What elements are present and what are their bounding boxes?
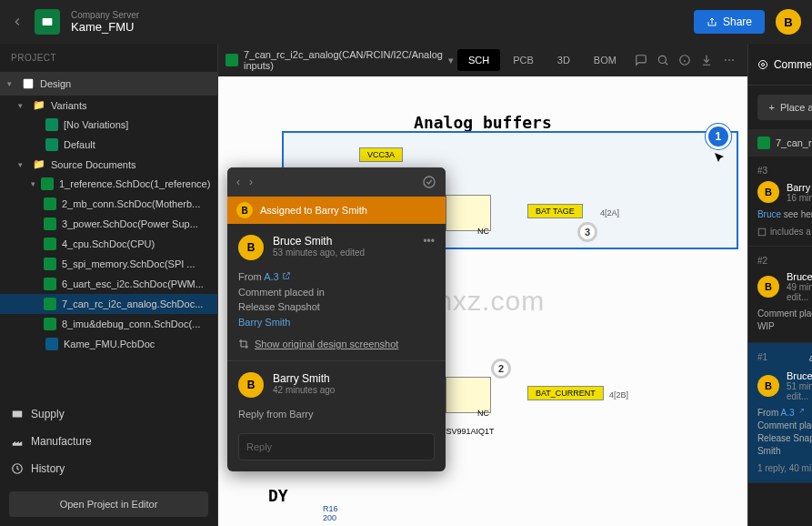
sidebar-manufacture[interactable]: Manufacture bbox=[0, 428, 217, 455]
tree-variants[interactable]: ▾ 📁 Variants bbox=[0, 96, 217, 115]
comments-section-header[interactable]: 7_can_rc_i2c_analog bbox=[748, 129, 812, 157]
net-label: VCC3A bbox=[359, 147, 403, 162]
chevron-down-icon: ▾ bbox=[448, 55, 454, 66]
author-name: Bruce Smith bbox=[787, 271, 812, 282]
resistor-value: 200 bbox=[323, 513, 336, 522]
crop-icon bbox=[238, 339, 249, 349]
page-label: DY bbox=[268, 486, 288, 505]
design-icon bbox=[22, 77, 35, 90]
opamp-symbol bbox=[446, 377, 491, 413]
schdoc-icon bbox=[226, 54, 238, 66]
tree-doc[interactable]: 3_power.SchDoc(Power Sup... bbox=[0, 214, 217, 234]
tree-doc[interactable]: 5_spi_memory.SchDoc(SPI ... bbox=[0, 254, 217, 274]
chip-label: TSV991AIQ1T bbox=[441, 427, 495, 436]
pcbdoc-icon bbox=[45, 338, 58, 350]
tree-doc[interactable]: 2_mb_conn.SchDoc(Motherb... bbox=[0, 194, 217, 214]
company-label: Company Server bbox=[71, 10, 139, 20]
folder-icon: 📁 bbox=[33, 99, 45, 111]
tree-source-docs[interactable]: ▾ 📁 Source Documents bbox=[0, 155, 217, 174]
sidebar-history[interactable]: History bbox=[0, 455, 217, 482]
external-link-icon bbox=[797, 408, 805, 416]
folder-icon: 📁 bbox=[33, 158, 45, 170]
comment-preview: Comment placed in current WIP bbox=[757, 308, 812, 333]
manufacture-icon bbox=[11, 435, 24, 448]
tree-doc[interactable]: ▾ 1_reference.SchDoc(1_reference) bbox=[0, 174, 217, 194]
user-avatar[interactable]: B bbox=[776, 9, 801, 35]
tree-pcbdoc[interactable]: Kame_FMU.PcbDoc bbox=[0, 334, 217, 354]
comment-item[interactable]: #3 B Barry Smith 16 minutes ago Bruce se… bbox=[748, 157, 812, 247]
prev-button[interactable]: ‹ bbox=[236, 176, 240, 188]
author-name: Barry Smith bbox=[787, 182, 812, 193]
plus-icon: + bbox=[769, 102, 775, 113]
comment-marker-1[interactable]: 1 bbox=[706, 124, 731, 149]
opamp-symbol bbox=[446, 195, 491, 231]
comment-popup: ‹ › B Assigned to Barry Smith B Bruce Sm… bbox=[227, 167, 446, 471]
reply-input[interactable]: Reply bbox=[238, 433, 435, 460]
schdoc-icon bbox=[44, 238, 56, 250]
svg-point-9 bbox=[424, 177, 435, 187]
share-button[interactable]: Share bbox=[694, 10, 765, 34]
tree-design[interactable]: ▾ Design bbox=[0, 72, 217, 96]
ref-label: 4[2B] bbox=[609, 390, 628, 400]
back-button[interactable] bbox=[11, 15, 24, 28]
comment-item-active[interactable]: #1 assigned to B B Bruce Smith 51 minute… bbox=[748, 343, 812, 483]
history-icon bbox=[11, 462, 24, 475]
tab-sch[interactable]: SCH bbox=[457, 49, 500, 71]
download-icon[interactable] bbox=[700, 54, 715, 66]
info-icon[interactable] bbox=[678, 54, 693, 66]
comment-tool-icon[interactable] bbox=[635, 54, 649, 66]
user-link[interactable]: Barry Smith bbox=[238, 317, 290, 328]
author-name: Barry Smith bbox=[273, 372, 435, 385]
tree-doc[interactable]: 8_imu&debug_conn.SchDoc(... bbox=[0, 314, 217, 334]
target-icon bbox=[757, 59, 768, 70]
comment-time: 42 minutes ago bbox=[273, 385, 435, 395]
cross-ref-link[interactable]: A.3 bbox=[264, 271, 279, 282]
comment-time: 49 minutes ago, edit... bbox=[787, 282, 812, 302]
ref-label: 4[2A] bbox=[600, 208, 619, 217]
more-icon[interactable]: ••• bbox=[423, 235, 435, 248]
svg-rect-1 bbox=[24, 79, 34, 89]
tree-default[interactable]: Default bbox=[0, 135, 217, 155]
comment-text: From A.3 Comment placed in Release Snaps… bbox=[238, 269, 435, 329]
tab-3d[interactable]: 3D bbox=[546, 49, 581, 71]
chevron-down-icon: ▾ bbox=[18, 160, 27, 169]
comment-item[interactable]: #2 B Bruce Smith 49 minutes ago, edit...… bbox=[748, 247, 812, 343]
schdoc-icon bbox=[41, 177, 54, 190]
app-header: Company Server Kame_FMU Share B bbox=[0, 0, 812, 44]
comment-time: 16 minutes ago bbox=[787, 193, 812, 203]
canvas-area: 7_can_rc_i2c_analog(CAN/RCIN/I2C/Analog … bbox=[218, 44, 747, 526]
avatar: B bbox=[238, 235, 264, 260]
schdoc-icon bbox=[44, 318, 56, 330]
author-name: Bruce Smith bbox=[273, 235, 414, 248]
more-icon[interactable]: ⋯ bbox=[722, 54, 737, 66]
tab-pcb[interactable]: PCB bbox=[502, 49, 545, 71]
tree-doc[interactable]: 6_uart_esc_i2c.SchDoc(PWM... bbox=[0, 274, 217, 294]
share-icon bbox=[707, 16, 717, 27]
tab-bom[interactable]: BOM bbox=[583, 49, 627, 71]
next-button[interactable]: › bbox=[249, 176, 253, 188]
sidebar-supply[interactable]: Supply bbox=[0, 400, 217, 428]
schdoc-icon bbox=[44, 298, 56, 310]
avatar: B bbox=[757, 276, 779, 298]
supply-icon bbox=[11, 408, 24, 420]
designator: R16 bbox=[323, 504, 338, 513]
project-icon bbox=[35, 9, 60, 35]
show-screenshot-link[interactable]: Show original design screenshot bbox=[238, 339, 435, 349]
tree-no-variations[interactable]: [No Variations] bbox=[0, 115, 217, 135]
tree-doc[interactable]: 4_cpu.SchDoc(CPU) bbox=[0, 234, 217, 254]
file-tab[interactable]: 7_can_rc_i2c_analog(CAN/RCIN/I2C/Analog … bbox=[226, 49, 454, 71]
comment-marker-3[interactable]: 3 bbox=[577, 222, 597, 242]
project-sidebar: PROJECT ▾ Design ▾ 📁 Variants [No Variat… bbox=[0, 44, 218, 526]
place-comment-button[interactable]: + Place a Comment bbox=[757, 95, 812, 120]
avatar: B bbox=[757, 375, 779, 397]
tree-doc-selected[interactable]: 7_can_rc_i2c_analog.SchDoc... bbox=[0, 294, 217, 314]
variant-icon bbox=[45, 138, 58, 151]
search-icon[interactable] bbox=[657, 54, 671, 66]
open-project-button[interactable]: Open Project in Editor bbox=[9, 491, 208, 517]
check-icon[interactable] bbox=[422, 175, 436, 189]
comment-marker-2[interactable]: 2 bbox=[491, 359, 511, 379]
schdoc-icon bbox=[44, 278, 56, 290]
schematic-canvas[interactable]: Analog buffers VCC3A BAT TAGE 4[2A] NC B… bbox=[218, 76, 747, 526]
svg-point-10 bbox=[758, 60, 767, 68]
chevron-down-icon: ▾ bbox=[31, 179, 35, 188]
